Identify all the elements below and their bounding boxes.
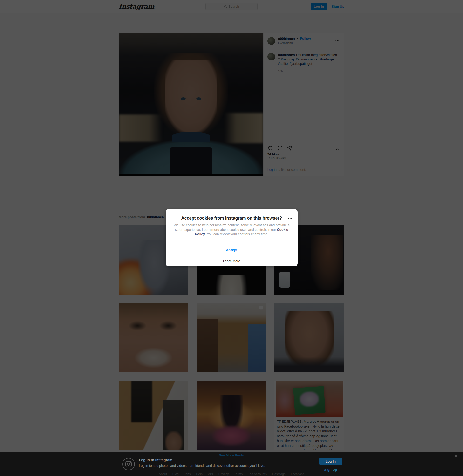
- footer-links: About Blog Jobs Help API Privacy Terms T…: [0, 472, 463, 476]
- instagram-camera-icon: [122, 458, 135, 472]
- cookie-dialog-body: We use cookies to help personalize conte…: [171, 223, 292, 236]
- instagram-page: Instagram Search Log In Sign Up: [0, 0, 463, 476]
- learn-more-button[interactable]: Learn More: [166, 255, 298, 266]
- bottom-login-bar: See More Posts Log In to Instagram Log i…: [0, 452, 463, 476]
- footer-link[interactable]: Terms: [234, 472, 243, 476]
- bottom-bar-title: Log In to Instagram: [139, 458, 265, 462]
- cookie-body-suffix: . You can review your controls at any ti…: [205, 232, 268, 236]
- dialog-options-icon[interactable]: [288, 216, 292, 220]
- footer-link[interactable]: About: [159, 472, 167, 476]
- footer-link[interactable]: API: [208, 472, 213, 476]
- footer-link[interactable]: Jobs: [184, 472, 190, 476]
- cookie-dialog-title: Accept cookies from Instagram on this br…: [166, 216, 298, 221]
- close-icon[interactable]: [454, 454, 458, 459]
- footer-link[interactable]: Locations: [291, 472, 304, 476]
- footer-link[interactable]: Privacy: [218, 472, 229, 476]
- accept-cookies-button[interactable]: Accept: [166, 244, 298, 255]
- bottom-bar-description: Log in to see photos and videos from fri…: [139, 464, 265, 467]
- footer-link[interactable]: Help: [196, 472, 203, 476]
- footer-link[interactable]: Blog: [172, 472, 179, 476]
- bottom-login-button[interactable]: Log In: [319, 458, 342, 465]
- cookie-body-text: We use cookies to help personalize conte…: [174, 223, 290, 232]
- footer-link[interactable]: Hashtags: [272, 472, 285, 476]
- bottom-signup-link[interactable]: Sign Up: [319, 468, 342, 472]
- footer-link[interactable]: Top Accounts: [248, 472, 267, 476]
- cookie-dialog: Accept cookies from Instagram on this br…: [166, 209, 298, 266]
